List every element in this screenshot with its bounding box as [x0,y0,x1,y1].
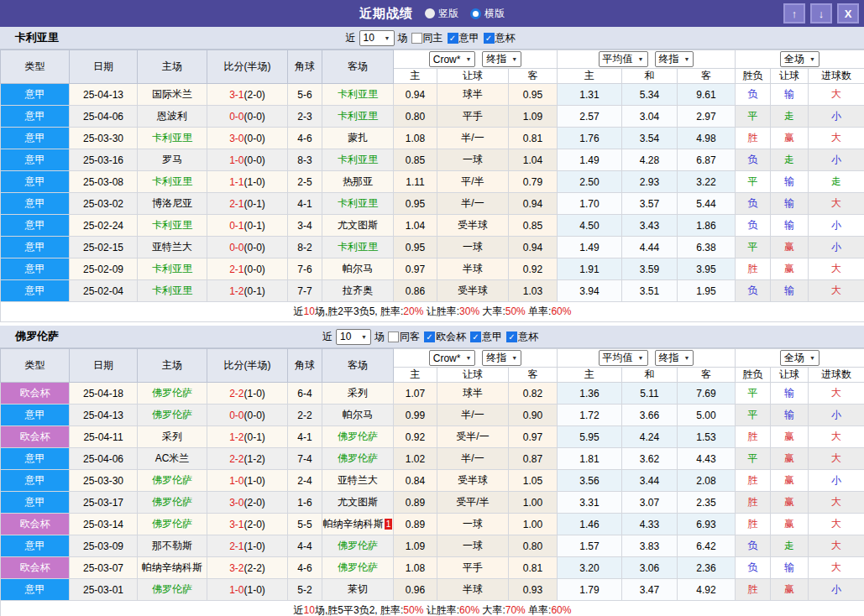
match-count-select[interactable]: 10▼ [336,329,371,345]
away-team[interactable]: 热那亚 [322,171,394,193]
away-team-name[interactable]: 亚特兰大 [338,474,378,486]
radio-label[interactable]: 竖版 [438,7,458,21]
filter-option-label[interactable]: 意甲 [482,330,502,344]
radio-icon[interactable] [470,8,481,19]
away-team[interactable]: 卡利亚里 [322,237,394,258]
away-team[interactable]: 尤文图斯 [322,492,394,514]
away-team[interactable]: 亚特兰大 [322,470,394,492]
home-team[interactable]: 佛罗伦萨 [138,514,207,535]
home-team[interactable]: 卡利亚里 [138,280,207,302]
final-odds-select-2[interactable]: 终指▼ [655,51,694,67]
away-team[interactable]: 卡利亚里 [322,106,394,128]
home-team[interactable]: AC米兰 [138,448,207,470]
home-team[interactable]: 佛罗伦萨 [138,492,207,514]
away-team[interactable]: 佛罗伦萨 [322,557,394,579]
away-team-name[interactable]: 卡利亚里 [338,154,378,165]
halftime-score: (0-1) [244,220,265,232]
final-odds-select-2[interactable]: 终指▼ [655,350,694,366]
away-team[interactable]: 佛罗伦萨 [322,448,394,470]
filter-checkbox[interactable]: ✓ [424,331,435,342]
away-team-name[interactable]: 采列 [348,387,368,399]
scope-select[interactable]: 全场▼ [780,51,819,67]
away-team-name[interactable]: 帕尔马 [343,409,373,420]
bookmaker-select[interactable]: Crow*▼ [429,350,476,366]
filter-option-label[interactable]: 意甲 [459,31,479,45]
scope-select[interactable]: 全场▼ [780,350,819,366]
away-team-name[interactable]: 拉齐奥 [343,285,373,296]
bookmaker-select[interactable]: Crow*▼ [429,51,476,67]
away-team[interactable]: 尤文图斯 [322,215,394,237]
match-date: 25-03-16 [70,149,138,171]
away-team[interactable]: 佛罗伦萨 [322,426,394,448]
final-odds-select[interactable]: 终指▼ [482,350,521,366]
filter-option-label[interactable]: 意杯 [518,330,538,344]
radio-label[interactable]: 横版 [484,7,505,21]
home-team[interactable]: 恩波利 [138,106,207,128]
home-team[interactable]: 罗马 [138,149,207,171]
move-down-button[interactable]: ↓ [810,3,832,23]
away-team[interactable]: 卡利亚里 [322,193,394,215]
home-team[interactable]: 采列 [138,426,207,448]
league-badge: 意甲 [1,193,70,215]
home-team[interactable]: 卡利亚里 [138,258,207,280]
home-team[interactable]: 佛罗伦萨 [138,470,207,492]
filter-checkbox[interactable]: ✓ [484,33,495,44]
away-team-name[interactable]: 热那亚 [343,175,373,187]
away-team[interactable]: 帕尔马 [322,258,394,280]
home-team[interactable]: 博洛尼亚 [138,193,207,215]
corner-score: 5-6 [288,84,322,106]
away-team-name[interactable]: 卡利亚里 [338,88,378,100]
filter-checkbox[interactable] [411,33,422,44]
away-team[interactable]: 卡利亚里 [322,84,394,106]
away-team-name[interactable]: 卡利亚里 [338,241,378,253]
away-team[interactable]: 采列 [322,383,394,405]
filter-checkbox[interactable]: ✓ [448,33,458,44]
filter-option-label[interactable]: 意杯 [495,31,516,45]
home-team[interactable]: 卡利亚里 [138,171,207,193]
filter-checkbox[interactable]: ✓ [506,331,517,342]
move-up-button[interactable]: ↑ [783,3,805,23]
away-team[interactable]: 莱切 [322,579,394,601]
home-team[interactable]: 佛罗伦萨 [138,579,207,601]
away-team-name[interactable]: 佛罗伦萨 [338,561,378,573]
home-team[interactable]: 国际米兰 [138,84,207,106]
away-team-name[interactable]: 佛罗伦萨 [338,431,378,442]
average-select[interactable]: 平均值▼ [599,350,648,366]
filter-option-label[interactable]: 同客 [400,330,420,344]
layout-radio-option[interactable]: 竖版 [425,7,458,21]
away-team-name[interactable]: 卡利亚里 [338,197,378,209]
away-team-name[interactable]: 佛罗伦萨 [338,452,378,464]
home-team[interactable]: 卡利亚里 [138,215,207,237]
away-team[interactable]: 拉齐奥 [322,280,394,302]
filter-checkbox[interactable] [388,331,399,342]
away-team-name[interactable]: 尤文图斯 [338,496,378,508]
home-team[interactable]: 卡利亚里 [138,128,207,149]
away-team-name[interactable]: 帕尔马 [343,263,373,274]
home-team[interactable]: 佛罗伦萨 [138,405,207,426]
away-team[interactable]: 卡利亚里 [322,149,394,171]
filter-option-label[interactable]: 同主 [423,31,443,45]
close-button[interactable]: X [837,3,859,23]
match-count-select[interactable]: 10▼ [359,30,395,46]
away-team[interactable]: 帕纳辛纳科斯1 [322,514,394,535]
summary-segment: 60% [459,604,479,616]
away-team[interactable]: 帕尔马 [322,405,394,426]
home-team[interactable]: 帕纳辛纳科斯 [138,557,207,579]
away-team-name[interactable]: 卡利亚里 [338,110,378,122]
average-select[interactable]: 平均值▼ [599,51,648,67]
filter-option-label[interactable]: 欧会杯 [436,330,466,344]
home-team[interactable]: 那不勒斯 [138,535,207,557]
away-team[interactable]: 蒙扎 [322,128,394,149]
radio-icon[interactable] [425,8,435,18]
away-team-name[interactable]: 佛罗伦萨 [338,540,378,551]
away-team-name[interactable]: 帕纳辛纳科斯 [323,518,384,530]
away-team-name[interactable]: 尤文图斯 [338,219,378,231]
home-team[interactable]: 佛罗伦萨 [138,383,207,405]
away-team-name[interactable]: 蒙扎 [348,132,368,144]
final-odds-select[interactable]: 终指▼ [482,51,521,67]
away-team-name[interactable]: 莱切 [348,583,368,595]
home-team[interactable]: 亚特兰大 [138,237,207,258]
layout-radio-option[interactable]: 横版 [470,7,505,21]
away-team[interactable]: 佛罗伦萨 [322,535,394,557]
filter-checkbox[interactable]: ✓ [470,331,481,342]
